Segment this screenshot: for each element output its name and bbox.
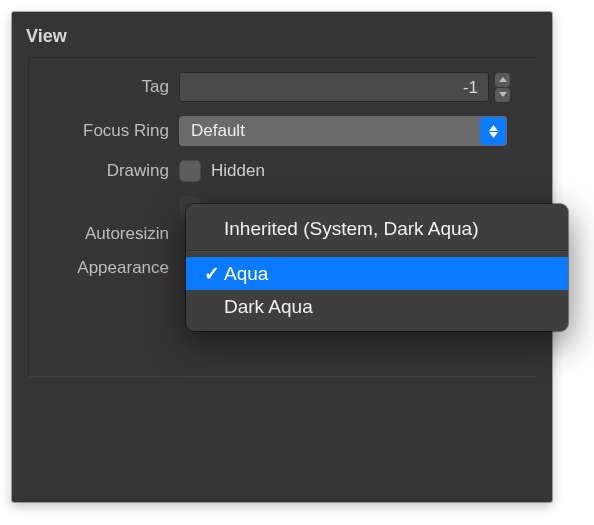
focus-ring-value: Default <box>179 121 480 141</box>
menu-item-inherited[interactable]: Inherited (System, Dark Aqua) <box>186 212 568 245</box>
tag-stepper[interactable] <box>495 72 511 102</box>
hidden-checkbox[interactable] <box>179 160 201 182</box>
menu-item-label: Inherited (System, Dark Aqua) <box>224 218 479 240</box>
menu-item-label: Dark Aqua <box>224 296 313 318</box>
row-drawing: Drawing Hidden <box>29 160 536 182</box>
appearance-menu[interactable]: Inherited (System, Dark Aqua) ✓ Aqua Dar… <box>186 204 568 331</box>
view-inspector-panel: View Tag -1 Focus Ring <box>12 12 552 502</box>
popup-arrows-icon <box>480 117 506 145</box>
focus-ring-popup[interactable]: Default <box>179 116 507 146</box>
checkmark-icon: ✓ <box>200 262 224 285</box>
row-tag: Tag -1 <box>29 72 536 102</box>
focus-ring-label: Focus Ring <box>29 121 179 141</box>
stepper-down-icon[interactable] <box>495 88 510 102</box>
menu-separator <box>187 250 567 252</box>
tag-field-group: -1 <box>179 72 536 102</box>
tag-label: Tag <box>29 77 179 97</box>
stepper-up-icon[interactable] <box>495 73 510 87</box>
tag-input[interactable]: -1 <box>179 72 489 102</box>
menu-item-dark-aqua[interactable]: Dark Aqua <box>186 290 568 323</box>
row-focus-ring: Focus Ring Default <box>29 116 536 146</box>
section-title: View <box>12 12 552 57</box>
appearance-label: Appearance <box>29 258 179 278</box>
drawing-label: Drawing <box>29 161 179 181</box>
autoresizing-label: Autoresizin <box>29 224 179 244</box>
menu-item-aqua[interactable]: ✓ Aqua <box>186 257 568 290</box>
menu-item-label: Aqua <box>224 263 268 285</box>
hidden-checkbox-label: Hidden <box>211 161 265 181</box>
